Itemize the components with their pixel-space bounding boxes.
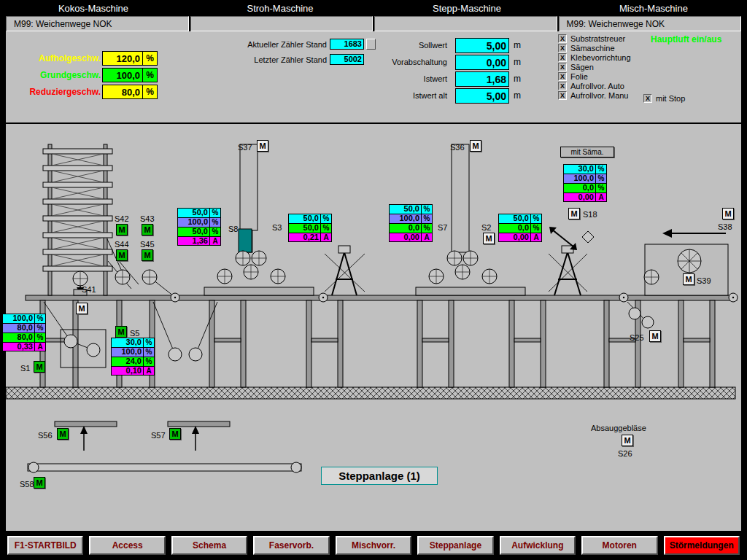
checkbox-label: Klebevorrichtung: [570, 53, 631, 62]
label-s43: S43: [140, 214, 155, 223]
measure-row-vorabschaltung: Vorabschaltung 0,00 m: [6, 55, 546, 71]
faservorb-button[interactable]: Faservorb.: [253, 536, 329, 555]
a-frame-1: [325, 246, 365, 295]
winder-machine: [645, 229, 728, 295]
status-stroh: [190, 16, 374, 31]
label-s36: S36: [450, 143, 465, 152]
tab-stroh-maschine[interactable]: Stroh-Maschine: [187, 0, 374, 16]
motor-s5[interactable]: M: [115, 326, 127, 338]
motor-s43[interactable]: M: [142, 224, 153, 236]
measure-label: Istwert: [349, 74, 447, 83]
motor-s1[interactable]: M: [34, 361, 45, 373]
diagram-area: mit Säma. Absauggebläse Steppanlage (1) …: [0, 122, 747, 531]
label-s18: S18: [583, 210, 597, 219]
measure-label: Sollwert: [349, 41, 447, 50]
drive-stack-s8: 50,0%100,0%50,0%1,36A: [177, 208, 221, 246]
drive-stack-s3: 50,0%50,0%0,21A: [288, 214, 332, 242]
motor-s18[interactable]: M: [568, 208, 580, 219]
top-panel: Aufholgeschw. 120,0 % Grundgeschw. 100,0…: [6, 31, 741, 122]
label-s37: S37: [238, 143, 252, 152]
main-floor: [26, 295, 737, 300]
motor-s57[interactable]: M: [169, 428, 181, 440]
motor-s56[interactable]: M: [57, 428, 69, 440]
f1-startbild-button[interactable]: F1-STARTBILD: [7, 536, 83, 555]
motor-s58[interactable]: M: [34, 477, 45, 489]
label-s5: S5: [130, 329, 139, 338]
motor-s26[interactable]: M: [622, 435, 633, 446]
label-s8: S8: [228, 225, 238, 233]
drive-stack-s7: 50,0%100,0%0,0%0,00A: [389, 204, 433, 242]
measure-row-istwert-alt: Istwert alt 5,00 m: [6, 88, 546, 104]
label-s45: S45: [140, 240, 155, 249]
absauggeblaese-label: Absauggebläse: [591, 424, 646, 432]
checkbox-substratstreuer[interactable]: X: [558, 34, 567, 43]
measure-label: Vorabschaltung: [349, 58, 447, 66]
checkbox-label: Aufrollvor. Auto: [570, 82, 624, 90]
status-kokos: M99: Weichenwege NOK: [6, 16, 189, 31]
measure-unit: m: [514, 74, 521, 84]
hauptluft-toggle[interactable]: Hauptluft ein/aus: [651, 34, 721, 44]
measure-label: Istwert alt: [349, 91, 447, 100]
steppanlage-button[interactable]: Steppanlage: [417, 536, 493, 555]
label-s39: S39: [697, 276, 711, 285]
diagram-title: Steppanlage (1): [321, 467, 438, 485]
measure-row-istwert: Istwert 1,68 m: [6, 71, 546, 88]
motoren-button[interactable]: Motoren: [581, 536, 657, 555]
stoermeldungen-button[interactable]: Störmeldungen: [664, 536, 740, 555]
drive-stack-s5: 30,0%100,0%24,0%0,10A: [111, 338, 155, 376]
bottom-conveyors: [28, 421, 301, 472]
label-s3: S3: [272, 223, 282, 232]
mit-saema-label: mit Säma.: [560, 147, 614, 158]
machine-tabs: Kokos-Maschine Stroh-Maschine Stepp-Masc…: [0, 0, 747, 16]
drive-stack-s2: 50,0%0,0%0,00A: [498, 214, 542, 242]
mischvorr-button[interactable]: Mischvorr.: [336, 536, 411, 555]
sollwert-input[interactable]: 5,00: [455, 38, 509, 53]
drive-stack-s1: 100,0%80,0%80,0%0,33A: [2, 314, 46, 351]
tab-kokos-maschine[interactable]: Kokos-Maschine: [0, 0, 187, 16]
istwert-alt-value: 5,00: [455, 88, 509, 104]
status-misch: M99: Weichenwege NOK: [559, 16, 742, 31]
label-s58: S58: [20, 480, 34, 489]
motor-s25[interactable]: M: [649, 330, 661, 342]
motor-s2[interactable]: M: [483, 233, 495, 244]
drive-stack-s18: 30,0%100,0%0,0%0,00A: [563, 164, 607, 202]
aufwicklung-button[interactable]: Aufwicklung: [500, 536, 576, 555]
access-button[interactable]: Access: [89, 536, 165, 555]
checkbox-mit-stop[interactable]: X: [643, 94, 652, 103]
tab-stepp-maschine[interactable]: Stepp-Maschine: [374, 0, 560, 16]
label-s42: S42: [115, 214, 129, 223]
motor-s41[interactable]: M: [76, 303, 88, 314]
motor-s37[interactable]: M: [257, 140, 268, 152]
label-s56: S56: [38, 431, 53, 440]
motor-s38[interactable]: M: [722, 208, 734, 219]
measure-row-sollwert: Sollwert 5,00 m: [6, 38, 546, 54]
motor-s45[interactable]: M: [142, 249, 153, 261]
measure-unit: m: [514, 90, 521, 101]
schema-button[interactable]: Schema: [171, 536, 247, 555]
ground-hatch: [6, 387, 735, 399]
checkbox-label: Sägen: [570, 63, 594, 71]
measure-unit: m: [514, 57, 521, 67]
toolbar: F1-STARTBILD Access Schema Faservorb. Mi…: [0, 531, 747, 560]
checkbox-label: Substratstreuer: [570, 34, 625, 43]
tab-misch-maschine[interactable]: Misch-Maschine: [560, 0, 747, 16]
stepp-column-1: [239, 144, 258, 252]
motor-s44[interactable]: M: [116, 249, 128, 261]
a-frame-2: [549, 246, 587, 295]
motor-s36[interactable]: M: [470, 140, 481, 152]
label-s25: S25: [630, 333, 644, 342]
motor-s39[interactable]: M: [683, 273, 694, 285]
vorabschaltung-input[interactable]: 0,00: [455, 55, 509, 70]
checkbox-folie[interactable]: X: [558, 72, 567, 81]
machine-bed-2: [416, 287, 525, 295]
checkbox-saegen[interactable]: X: [558, 63, 567, 71]
status-stepp: [374, 16, 557, 31]
checkbox-aufrollvor-auto[interactable]: X: [558, 82, 567, 90]
label-s44: S44: [115, 240, 129, 249]
checkbox-label: Aufrollvor. Manu: [570, 91, 628, 100]
checkbox-klebevorrichtung[interactable]: X: [558, 53, 567, 62]
checkbox-aufrollvor-manu[interactable]: X: [558, 91, 567, 100]
motor-s42[interactable]: M: [116, 224, 128, 236]
label-s2: S2: [481, 223, 491, 232]
checkbox-saemaschine[interactable]: X: [558, 44, 567, 52]
